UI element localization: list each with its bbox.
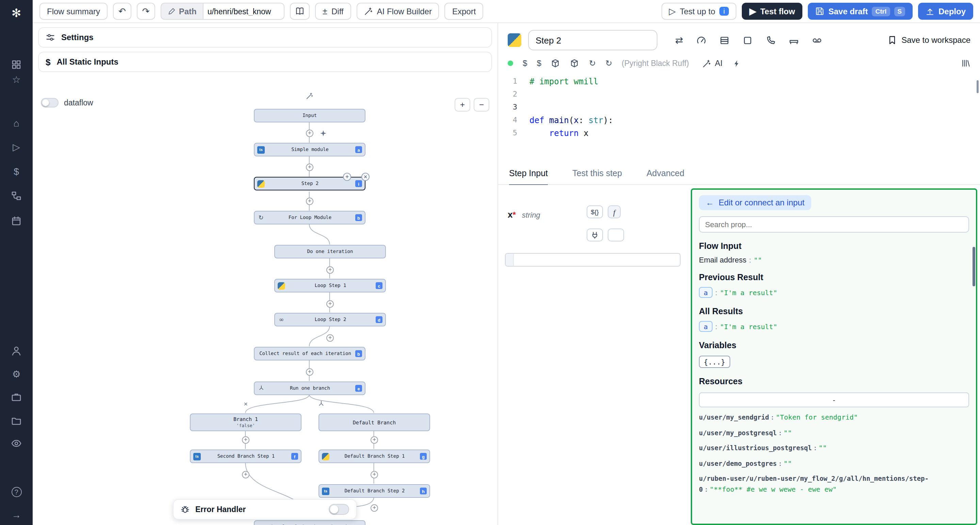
variables-dollar-icon[interactable]: $ xyxy=(0,164,33,179)
resources-select[interactable]: - xyxy=(699,392,969,408)
add-step-icon[interactable]: + xyxy=(306,130,313,137)
node-default-branch[interactable]: Default Branch xyxy=(318,414,430,431)
node-loop-step-2[interactable]: ∞ Loop Step 2 d xyxy=(274,313,386,327)
add-step-icon[interactable]: + xyxy=(242,436,250,444)
workbench-icon[interactable] xyxy=(788,35,799,45)
save-to-workspace-button[interactable]: Save to workspace xyxy=(887,35,970,45)
add-step-icon[interactable]: + xyxy=(306,163,313,171)
resource-row[interactable]: u/user/demo_postgres:"" xyxy=(699,458,969,469)
error-handler-toggle[interactable] xyxy=(329,504,349,515)
expr-template-button[interactable]: ${} xyxy=(587,205,603,218)
add-step-icon[interactable]: + xyxy=(306,198,313,205)
path-label-chip[interactable]: Path xyxy=(161,3,203,20)
package-icon[interactable] xyxy=(570,59,579,68)
tab-test-this-step[interactable]: Test this step xyxy=(572,169,622,184)
add-step-icon[interactable]: + xyxy=(326,300,334,308)
user-icon[interactable] xyxy=(0,343,33,358)
node-input[interactable]: Input xyxy=(254,109,366,122)
resources-dollar-icon[interactable]: $ xyxy=(537,59,541,67)
all-results-row[interactable]: a : "I'm a result" xyxy=(699,321,969,332)
apps-grid-icon[interactable] xyxy=(0,57,33,72)
node-simple-module[interactable]: ts Simple module a xyxy=(254,143,366,156)
ai-flow-builder-button[interactable]: AI Flow Builder xyxy=(356,3,439,20)
settings-section[interactable]: Settings xyxy=(38,27,492,48)
test-flow-button[interactable]: ▶ Test flow xyxy=(742,3,802,20)
schedules-calendar-icon[interactable] xyxy=(0,214,33,228)
insert-step-icon[interactable]: + xyxy=(343,173,351,181)
code-editor[interactable]: 1# import wmill 2 3 4def main(x: str): 5… xyxy=(498,75,980,154)
ai-button[interactable]: AI xyxy=(703,59,723,68)
ai-sparkle-icon[interactable] xyxy=(320,130,326,136)
runs-play-icon[interactable]: ▷ xyxy=(0,140,33,154)
tab-advanced[interactable]: Advanced xyxy=(646,169,684,184)
branch-close-icon[interactable]: × xyxy=(243,400,248,408)
zoom-in-button[interactable]: + xyxy=(455,98,470,111)
undo-button[interactable]: ↶ xyxy=(113,3,131,20)
square-icon[interactable] xyxy=(742,35,752,45)
variables-chip[interactable]: {...} xyxy=(699,356,730,368)
apply-arrow-button[interactable] xyxy=(608,228,624,241)
node-run-one-branch[interactable]: Run one branch e xyxy=(254,382,366,395)
resource-row[interactable]: u/ruben-user/u/ruben-user/my_flow_2/g/al… xyxy=(699,474,969,495)
arg-value-input[interactable] xyxy=(514,254,680,266)
step-title-input[interactable] xyxy=(528,30,657,50)
node-default-branch-step-2[interactable]: ts Default Branch Step 2 h xyxy=(318,484,430,498)
node-loop-step-1[interactable]: Loop Step 1 c xyxy=(274,279,386,292)
audit-eye-icon[interactable] xyxy=(0,436,33,451)
add-step-icon[interactable]: + xyxy=(242,471,250,478)
resource-row[interactable]: u/user/illustrious_postgresql:"" xyxy=(699,443,969,454)
windmill-logo-icon[interactable]: ✻ xyxy=(0,5,33,21)
library-panel-icon[interactable] xyxy=(961,59,970,68)
remove-step-icon[interactable]: × xyxy=(361,173,369,181)
flow-ai-wand-icon[interactable] xyxy=(306,92,313,100)
workers-briefcase-icon[interactable] xyxy=(0,390,33,404)
resources-modules-icon[interactable] xyxy=(0,189,33,203)
bolt-icon[interactable] xyxy=(732,59,741,68)
previous-result-row[interactable]: a : "I'm a result" xyxy=(699,287,969,298)
refresh-icon[interactable]: ↻ xyxy=(589,59,596,67)
home-icon[interactable]: ⌂ xyxy=(0,116,33,130)
node-result[interactable]: Result of the chosen branch xyxy=(254,520,366,525)
prop-search-input[interactable] xyxy=(699,216,969,233)
all-static-inputs-section[interactable]: $ All Static Inputs xyxy=(38,52,492,72)
flow-summary-button[interactable]: Flow summary xyxy=(40,3,108,20)
package-icon[interactable] xyxy=(551,59,560,68)
diff-button[interactable]: ± Diff xyxy=(315,3,351,20)
node-default-branch-step-1[interactable]: Default Branch Step 1 g xyxy=(318,449,430,463)
redo-button[interactable]: ↷ xyxy=(137,3,155,20)
gauge-icon[interactable] xyxy=(696,35,706,45)
function-mode-button[interactable]: f xyxy=(608,205,620,218)
add-step-icon[interactable]: + xyxy=(371,504,378,512)
node-for-loop-module[interactable]: ↻ For Loop Module b xyxy=(254,211,366,224)
node-branch-1[interactable]: Branch 1 'false' xyxy=(190,414,301,431)
test-up-to-button[interactable]: ▷ Test up to i xyxy=(662,3,737,20)
editor-scrollbar[interactable] xyxy=(977,80,978,93)
tab-step-input[interactable]: Step Input xyxy=(509,169,548,185)
docs-book-button[interactable] xyxy=(290,3,310,20)
add-step-icon[interactable]: + xyxy=(306,368,313,376)
collapse-sidebar-icon[interactable]: → xyxy=(0,507,33,522)
branch-split-mini-icon[interactable] xyxy=(318,400,325,408)
export-button[interactable]: Export xyxy=(445,3,483,20)
phone-icon[interactable] xyxy=(765,35,775,45)
folders-icon[interactable] xyxy=(0,414,33,428)
resource-row[interactable]: u/user/my_sendgrid:"Token for sendgrid" xyxy=(699,412,969,423)
add-step-icon[interactable]: + xyxy=(371,471,378,478)
prop-picker-scrollbar[interactable] xyxy=(972,247,975,286)
resource-row[interactable]: u/user/my_postgresql:"" xyxy=(699,427,969,438)
flow-input-row[interactable]: Email address : "" xyxy=(699,256,969,264)
add-step-icon[interactable]: + xyxy=(326,266,334,274)
plug-connect-button[interactable] xyxy=(587,228,603,241)
settings-gear-icon[interactable]: ⚙ xyxy=(0,366,33,382)
help-icon[interactable]: ? xyxy=(0,484,33,499)
voicemail-icon[interactable] xyxy=(811,35,822,45)
edit-or-connect-button[interactable]: ← Edit or connect an input xyxy=(699,195,811,210)
save-draft-button[interactable]: Save draft Ctrl S xyxy=(808,3,913,20)
node-collect-result[interactable]: Collect result of each iteration b xyxy=(254,347,366,360)
dataflow-toggle[interactable] xyxy=(41,98,59,108)
node-do-one-iteration[interactable]: Do one iteration xyxy=(274,245,386,259)
add-step-icon[interactable]: + xyxy=(326,334,334,342)
variables-dollar-icon[interactable]: $ xyxy=(523,59,527,67)
zoom-out-button[interactable]: − xyxy=(474,98,489,111)
swap-arrows-icon[interactable]: ⇄ xyxy=(675,35,683,45)
